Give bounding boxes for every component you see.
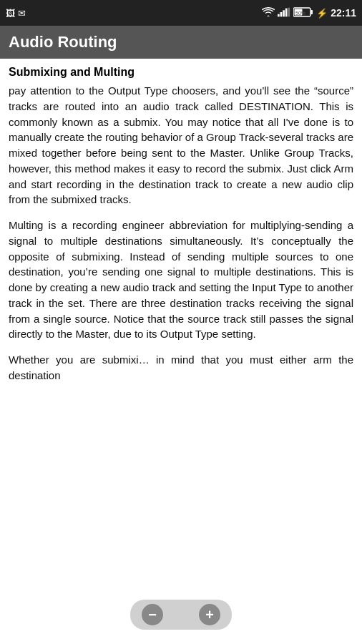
zoom-out-button[interactable]: − xyxy=(142,604,163,625)
svg-rect-1 xyxy=(280,12,283,16)
mail-icon: ✉ xyxy=(18,8,26,19)
svg-rect-3 xyxy=(285,8,288,16)
paragraph-2: Multing is a recording engineer abbrevia… xyxy=(9,218,353,342)
wifi-icon xyxy=(262,7,275,19)
zoom-in-button[interactable]: + xyxy=(199,604,220,625)
svg-rect-2 xyxy=(283,10,285,16)
signal-icon xyxy=(278,7,290,19)
section-title: Submixing and Multing xyxy=(9,66,353,79)
status-bar: 🖼 ✉ 50% xyxy=(0,0,362,26)
status-time: 22:11 xyxy=(331,7,356,19)
page-title: Audio Routing xyxy=(9,33,117,52)
svg-rect-4 xyxy=(288,7,290,16)
zoom-controls: − + xyxy=(130,600,232,630)
svg-text:50%: 50% xyxy=(295,11,305,16)
picture-icon: 🖼 xyxy=(6,8,15,19)
battery-level-badge: 50% xyxy=(293,7,313,19)
charge-icon: ⚡ xyxy=(316,8,328,19)
paragraph-3: Whether you are submixi… in mind that yo… xyxy=(9,352,353,384)
svg-rect-0 xyxy=(278,14,280,16)
status-bar-right: 50% ⚡ 22:11 xyxy=(262,7,356,19)
status-bar-left: 🖼 ✉ xyxy=(6,8,26,19)
content-area[interactable]: Submixing and Multing pay attention to t… xyxy=(0,59,362,644)
paragraph-1: pay attention to the Output Type chooser… xyxy=(9,83,353,208)
app-header: Audio Routing xyxy=(0,26,362,59)
svg-rect-6 xyxy=(311,10,313,14)
